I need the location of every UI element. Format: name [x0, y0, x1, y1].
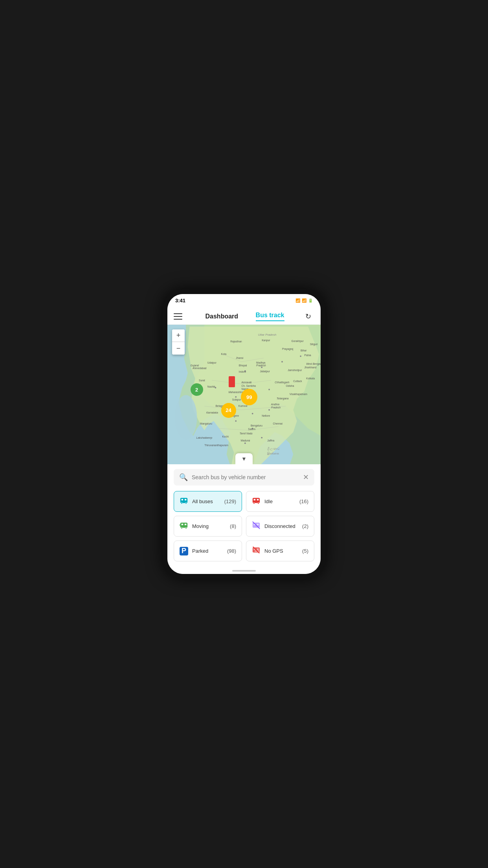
all-buses-label: All buses	[192, 498, 213, 504]
svg-text:Kochi: Kochi	[222, 435, 229, 438]
svg-rect-92	[180, 523, 187, 528]
svg-point-25	[261, 437, 262, 438]
filter-no-gps-left: GPS No GPS	[252, 546, 283, 556]
battery-icon: 🔋	[308, 298, 313, 303]
svg-point-26	[244, 443, 246, 444]
svg-text:Cuttack: Cuttack	[293, 380, 302, 383]
status-bar: 3:41 📶 📶 🔋	[167, 294, 321, 305]
filter-disconnected-left: Disconnected	[252, 521, 295, 531]
svg-text:Jabalpur: Jabalpur	[260, 370, 270, 373]
svg-rect-101	[257, 524, 259, 525]
filter-no-gps[interactable]: GPS No GPS (5)	[246, 541, 314, 561]
svg-text:Siliguri: Siliguri	[310, 343, 318, 346]
idle-label: Idle	[264, 498, 273, 504]
svg-point-22	[268, 409, 270, 411]
svg-point-16	[281, 361, 283, 362]
parked-icon: P	[180, 547, 188, 555]
svg-text:Jamshedpur: Jamshedpur	[288, 369, 302, 372]
svg-text:Pradesh: Pradesh	[256, 364, 266, 367]
svg-text:Udaipur: Udaipur	[207, 361, 217, 364]
svg-text:Surat: Surat	[199, 379, 205, 382]
filter-all-buses[interactable]: All buses (129)	[174, 491, 242, 512]
svg-text:Chhattisgarh: Chhattisgarh	[275, 381, 290, 384]
svg-text:Pradesh: Pradesh	[271, 406, 281, 409]
collapse-arrow[interactable]: ▼	[235, 453, 253, 464]
svg-text:Telangana: Telangana	[277, 397, 289, 400]
svg-text:Gorakhpur: Gorakhpur	[292, 340, 304, 343]
parked-label: Parked	[192, 548, 208, 554]
cluster-count-2: 2	[195, 387, 198, 393]
svg-rect-89	[257, 499, 259, 500]
no-gps-count: (5)	[302, 548, 308, 554]
svg-text:Andhra: Andhra	[271, 403, 280, 406]
filter-moving[interactable]: Moving (8)	[174, 516, 242, 537]
svg-text:Lakshadweep: Lakshadweep	[196, 436, 212, 440]
search-bar[interactable]: 🔍 ✕	[174, 469, 314, 485]
svg-point-91	[258, 503, 259, 504]
zoom-out-button[interactable]: −	[172, 342, 185, 355]
all-buses-count: (129)	[224, 498, 236, 504]
hamburger-line-2	[174, 316, 182, 317]
disconnected-count: (2)	[302, 523, 308, 529]
no-gps-icon: GPS	[252, 546, 261, 556]
hamburger-menu[interactable]	[174, 309, 188, 324]
cluster-count-24: 24	[226, 407, 231, 413]
svg-text:Patna: Patna	[305, 354, 312, 357]
filter-idle-left: Idle	[252, 496, 273, 507]
svg-text:Jhansi: Jhansi	[236, 357, 244, 359]
svg-text:Kolkata: Kolkata	[306, 377, 315, 380]
filter-disconnected[interactable]: Disconnected (2)	[246, 516, 314, 537]
svg-point-10	[175, 395, 197, 440]
search-input[interactable]	[192, 474, 299, 480]
signal-icon: 📶	[302, 298, 306, 303]
cluster-marker-24[interactable]: 24	[221, 403, 236, 418]
filter-parked[interactable]: P Parked (98)	[174, 541, 242, 561]
svg-rect-88	[254, 499, 256, 500]
phone-frame: 3:41 📶 📶 🔋 Dashboard Bus track ↻	[163, 289, 325, 579]
svg-point-85	[185, 503, 187, 504]
moving-icon	[180, 521, 188, 531]
refresh-button[interactable]: ↻	[302, 310, 314, 323]
svg-text:Indore: Indore	[239, 370, 246, 373]
search-icon: 🔍	[179, 473, 188, 482]
parked-count: (98)	[227, 548, 236, 554]
wifi-icon: 📶	[295, 298, 300, 303]
svg-text:Ch. Sambha: Ch. Sambha	[241, 384, 256, 387]
svg-text:Madurai: Madurai	[241, 439, 250, 442]
zoom-in-button[interactable]: +	[172, 329, 185, 342]
filter-idle[interactable]: Idle (16)	[246, 491, 314, 512]
svg-text:Bengaluru: Bengaluru	[251, 424, 262, 427]
svg-text:Solapur: Solapur	[232, 398, 241, 401]
svg-point-84	[181, 503, 183, 504]
hamburger-line-1	[174, 313, 182, 314]
svg-rect-93	[182, 524, 183, 525]
cluster-count-99: 99	[246, 394, 252, 400]
svg-rect-87	[253, 498, 260, 503]
svg-point-18	[235, 396, 237, 398]
moving-label: Moving	[192, 523, 209, 529]
map-container[interactable]: Gorakhpur Kanpur Rajasthan Prayagraj Bih…	[167, 325, 321, 464]
svg-text:இலங்கை: இலங்கை	[267, 452, 279, 455]
svg-text:Kanpur: Kanpur	[262, 339, 270, 342]
svg-text:Maharashtra: Maharashtra	[228, 391, 243, 394]
no-gps-label: No GPS	[264, 548, 283, 554]
svg-text:Bihar: Bihar	[301, 349, 307, 352]
home-indicator	[232, 570, 256, 572]
cluster-marker-green[interactable]: 2	[191, 383, 203, 396]
filter-moving-left: Moving	[180, 521, 209, 531]
zoom-controls: + −	[172, 329, 185, 355]
idle-count: (16)	[299, 498, 308, 504]
svg-text:Karnataka: Karnataka	[206, 411, 218, 414]
svg-text:Kurnool: Kurnool	[238, 405, 248, 407]
svg-text:Jharkhand: Jharkhand	[305, 366, 317, 369]
svg-rect-94	[185, 524, 187, 525]
svg-text:Prayagraj: Prayagraj	[282, 348, 294, 351]
svg-point-20	[268, 389, 270, 390]
svg-text:Gujarat: Gujarat	[190, 364, 199, 367]
svg-text:Amravati: Amravati	[241, 381, 251, 384]
bus-marker-red[interactable]	[229, 376, 235, 387]
clear-icon[interactable]: ✕	[303, 473, 309, 482]
svg-text:Jaffna: Jaffna	[267, 439, 274, 442]
svg-text:Nellore: Nellore	[262, 414, 270, 417]
nav-active-tab[interactable]: Bus track	[256, 312, 284, 321]
